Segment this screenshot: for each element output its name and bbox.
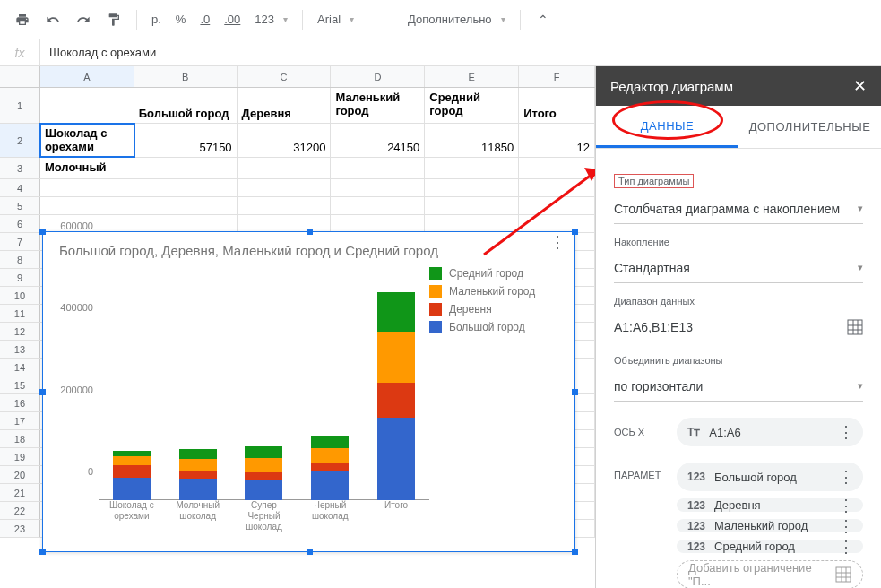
stacking-dropdown[interactable]: Стандартная▾ (614, 253, 863, 283)
series-pill-2[interactable]: 123Маленький город⋮ (677, 519, 863, 532)
cell-C5[interactable] (238, 197, 332, 214)
series-pill-3[interactable]: 123Средний город⋮ (677, 540, 863, 553)
close-editor-button[interactable]: ✕ (853, 76, 867, 96)
cell-E2[interactable]: 11850 (425, 124, 519, 157)
col-header-F[interactable]: F (519, 66, 595, 87)
currency-format-button[interactable]: р. (146, 6, 167, 33)
cell-C1[interactable]: Деревня (238, 88, 332, 123)
series-pill-0[interactable]: 123Большой город ⋮ (677, 463, 863, 491)
dec-less-button[interactable]: .0 (194, 6, 215, 33)
cell-B3[interactable] (134, 158, 238, 178)
dec-more-button[interactable]: .00 (219, 6, 246, 33)
cell-F6[interactable] (519, 215, 595, 232)
row-header-21[interactable]: 21 (0, 484, 40, 501)
number-format-menu[interactable]: 123▾ (249, 6, 293, 33)
cell-C4[interactable] (238, 179, 332, 196)
cell-E1[interactable]: Средний город (425, 88, 519, 123)
row-header-7[interactable]: 7 (0, 233, 40, 250)
col-header-A[interactable]: A (40, 66, 134, 87)
cell-D2[interactable]: 24150 (331, 124, 425, 157)
cell-B4[interactable] (134, 179, 238, 196)
row-header-11[interactable]: 11 (0, 305, 40, 322)
row-header-5[interactable]: 5 (0, 197, 40, 214)
grid-select-icon-2[interactable] (835, 566, 851, 583)
col-header-B[interactable]: B (134, 66, 238, 87)
row-header-10[interactable]: 10 (0, 287, 40, 304)
svg-rect-7 (836, 567, 851, 582)
xaxis-more-button[interactable]: ⋮ (838, 428, 854, 436)
combine-ranges-dropdown[interactable]: по горизонтали▾ (614, 371, 863, 402)
row-header-22[interactable]: 22 (0, 502, 40, 519)
more-menu[interactable]: Дополнительно▾ (402, 6, 511, 33)
paintformat-button[interactable] (100, 6, 127, 33)
cell-F2[interactable]: 12 (519, 124, 595, 157)
row-header-17[interactable]: 17 (0, 412, 40, 429)
add-series-button[interactable]: Добавить ограничение "П... (677, 560, 863, 588)
cell-D1[interactable]: Маленький город (331, 88, 425, 123)
series-more-2[interactable]: ⋮ (838, 523, 854, 530)
row-header-2[interactable]: 2 (0, 124, 40, 157)
series-pill-1[interactable]: 123Деревня⋮ (677, 498, 863, 512)
col-header-E[interactable]: E (425, 66, 519, 87)
cell-E3[interactable] (425, 158, 519, 178)
cell-A5[interactable] (40, 197, 134, 214)
series-more-3[interactable]: ⋮ (838, 543, 854, 550)
formula-input[interactable]: Шоколад с орехами (40, 46, 881, 59)
row-header-18[interactable]: 18 (0, 430, 40, 447)
cell-E5[interactable] (425, 197, 519, 214)
select-all-corner[interactable] (0, 66, 40, 87)
col-header-D[interactable]: D (331, 66, 425, 87)
xaxis-range-pill[interactable]: TᴛA1:A6 ⋮ (677, 418, 863, 446)
cell-F1[interactable]: Итого (519, 88, 595, 123)
chart-type-dropdown[interactable]: Столбчатая диаграмма с накоплением▾ (614, 194, 863, 224)
row-header-6[interactable]: 6 (0, 215, 40, 232)
row-header-4[interactable]: 4 (0, 179, 40, 196)
chart-more-button[interactable]: ⋮ (549, 238, 566, 246)
row-header-8[interactable]: 8 (0, 251, 40, 268)
cell-D3[interactable] (331, 158, 425, 178)
undo-button[interactable] (39, 6, 66, 33)
row-header-19[interactable]: 19 (0, 448, 40, 465)
cell-B2[interactable]: 57150 (134, 124, 238, 157)
cell-B5[interactable] (134, 197, 238, 214)
cell-D4[interactable] (331, 179, 425, 196)
cell-F4[interactable] (519, 179, 595, 196)
cell-A1[interactable] (40, 88, 134, 123)
row-header-13[interactable]: 13 (0, 341, 40, 358)
row-header-12[interactable]: 12 (0, 323, 40, 340)
font-menu[interactable]: Arial▾ (312, 6, 384, 33)
row-header-3[interactable]: 3 (0, 158, 40, 178)
cell-F5[interactable] (519, 197, 595, 214)
series-more-0[interactable]: ⋮ (838, 473, 854, 480)
cell-C3[interactable] (238, 158, 332, 178)
data-range-input[interactable]: A1:A6,B1:E13 (614, 312, 863, 342)
row-header-9[interactable]: 9 (0, 269, 40, 286)
row-header-15[interactable]: 15 (0, 376, 40, 393)
cell-B6[interactable] (134, 215, 238, 232)
row-header-23[interactable]: 23 (0, 520, 40, 537)
cell-E4[interactable] (425, 179, 519, 196)
cell-C6[interactable] (238, 215, 332, 232)
redo-button[interactable] (70, 6, 97, 33)
col-header-C[interactable]: C (238, 66, 332, 87)
cell-A4[interactable] (40, 179, 134, 196)
cell-D6[interactable] (331, 215, 425, 232)
toolbar-collapse-button[interactable]: ⌃ (530, 6, 557, 33)
print-button[interactable] (9, 6, 36, 33)
cell-B1[interactable]: Большой город (134, 88, 238, 123)
chart-object[interactable]: ⋮ Большой город, Деревня, Маленький горо… (42, 231, 575, 552)
grid-select-icon[interactable] (847, 319, 863, 335)
series-more-1[interactable]: ⋮ (838, 502, 854, 509)
row-header-20[interactable]: 20 (0, 466, 40, 483)
row-header-16[interactable]: 16 (0, 394, 40, 411)
row-header-14[interactable]: 14 (0, 359, 40, 376)
cell-E6[interactable] (425, 215, 519, 232)
cell-D5[interactable] (331, 197, 425, 214)
tab-custom[interactable]: ДОПОЛНИТЕЛЬНЫЕ (738, 106, 881, 148)
percent-format-button[interactable]: % (170, 6, 192, 33)
row-header-1[interactable]: 1 (0, 88, 40, 123)
cell-C2[interactable]: 31200 (238, 124, 332, 157)
cell-A2[interactable]: Шоколад с орехами (40, 124, 134, 157)
cell-F3[interactable] (519, 158, 595, 178)
cell-A3[interactable]: Молочный (40, 158, 134, 178)
